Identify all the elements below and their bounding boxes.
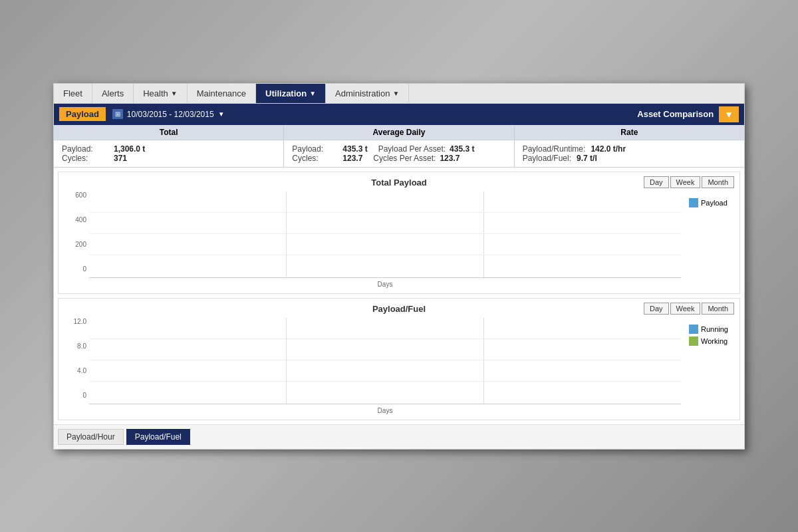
stats-row: Total Payload: 1,306.0 t Cycles: 371 Ave… xyxy=(54,125,744,168)
chart-total-payload: Total Payload Day Week Month 600 400 200… xyxy=(58,172,740,294)
tab-utilization[interactable]: Utilization ▼ xyxy=(256,84,326,103)
tab-alerts[interactable]: Alerts xyxy=(92,84,134,103)
stats-total-body: Payload: 1,306.0 t Cycles: 371 xyxy=(54,140,283,167)
stats-total-header: Total xyxy=(54,125,283,140)
stats-rate-header: Rate xyxy=(515,125,744,140)
date-range[interactable]: ⊞ 10/03/2015 - 12/03/2015 ▼ xyxy=(112,109,225,119)
tab-administration[interactable]: Administration ▼ xyxy=(326,84,409,103)
grid-line xyxy=(89,255,681,255)
administration-dropdown-icon: ▼ xyxy=(392,90,399,97)
utilization-dropdown-icon: ▼ xyxy=(309,90,316,97)
stats-rate: Rate Payload/Runtime: 142.0 t/hr Payload… xyxy=(515,125,744,167)
grid-line xyxy=(89,338,681,339)
chart2-bars-all xyxy=(89,318,681,404)
grid-line xyxy=(89,381,681,382)
grid-line xyxy=(89,233,681,234)
chart2-x-label: Days xyxy=(89,407,681,414)
chart2-title: Payload/Fuel xyxy=(372,304,426,314)
chart1-y-axis: 600 400 200 0 xyxy=(64,192,89,288)
chart1-inner: Days xyxy=(89,192,681,288)
calendar-icon: ⊞ xyxy=(112,109,123,119)
legend-running: Running xyxy=(689,325,734,334)
stats-avg-body: Payload: 435.3 t Payload Per Asset: 435.… xyxy=(284,140,513,167)
stats-total: Total Payload: 1,306.0 t Cycles: 371 xyxy=(54,125,284,167)
chart1-title: Total Payload xyxy=(371,178,427,188)
stats-avg-header: Average Daily xyxy=(284,125,513,140)
chart1-buttons: Day Week Month xyxy=(644,176,734,188)
chart1-bars-area xyxy=(89,192,681,278)
legend-working: Working xyxy=(689,336,734,346)
nav-bar: Fleet Alerts Health ▼ Maintenance Utiliz… xyxy=(54,84,744,104)
bottom-tab-payload-fuel[interactable]: Payload/Fuel xyxy=(126,429,190,445)
health-dropdown-icon: ▼ xyxy=(171,90,178,97)
chart1-legend: Payload xyxy=(681,192,734,288)
chart2-week-btn[interactable]: Week xyxy=(670,303,701,315)
chart2-y-axis: 12.0 8.0 4.0 0 xyxy=(64,318,89,414)
legend-payload-color xyxy=(689,198,698,207)
chart2-inner: Days xyxy=(89,318,681,414)
asset-comparison: Asset Comparison ▼ xyxy=(637,106,739,122)
header-bar: Payload ⊞ 10/03/2015 - 12/03/2015 ▼ Asse… xyxy=(54,104,744,125)
chart1-body: 600 400 200 0 xyxy=(64,192,734,288)
funnel-button[interactable]: ▼ xyxy=(719,106,739,122)
bottom-tabs: Payload/Hour Payload/Fuel xyxy=(54,424,744,449)
tab-maintenance[interactable]: Maintenance xyxy=(188,84,256,103)
chart1-bars-group xyxy=(89,192,681,277)
chart1-x-label: Days xyxy=(89,281,681,288)
grid-line xyxy=(89,212,681,213)
chart2-bars-area xyxy=(89,318,681,404)
chart2-day-btn[interactable]: Day xyxy=(644,303,669,315)
chart1-day-btn[interactable]: Day xyxy=(644,176,669,188)
chart2-body: 12.0 8.0 4.0 0 xyxy=(64,318,734,414)
tab-health[interactable]: Health ▼ xyxy=(134,84,187,103)
stats-avg-daily: Average Daily Payload: 435.3 t Payload P… xyxy=(284,125,514,167)
bottom-tab-payload-hour[interactable]: Payload/Hour xyxy=(58,429,124,445)
chart1-title-row: Total Payload Day Week Month xyxy=(64,178,734,188)
legend-working-color xyxy=(689,336,698,346)
legend-payload: Payload xyxy=(689,198,734,207)
date-dropdown-icon: ▼ xyxy=(218,110,225,118)
chart1-month-btn[interactable]: Month xyxy=(702,176,734,188)
chart2-buttons: Day Week Month xyxy=(644,303,734,315)
stats-rate-body: Payload/Runtime: 142.0 t/hr Payload/Fuel… xyxy=(515,140,744,167)
chart2-legend: Running Working xyxy=(681,318,734,414)
tab-fleet[interactable]: Fleet xyxy=(54,84,92,103)
chart2-title-row: Payload/Fuel Day Week Month xyxy=(64,304,734,314)
grid-line xyxy=(89,360,681,360)
chart1-week-btn[interactable]: Week xyxy=(670,176,701,188)
chart2-month-btn[interactable]: Month xyxy=(702,303,734,315)
legend-running-color xyxy=(689,325,698,334)
chart-payload-fuel: Payload/Fuel Day Week Month 12.0 8.0 4.0… xyxy=(58,298,740,420)
main-panel: Fleet Alerts Health ▼ Maintenance Utiliz… xyxy=(53,83,745,450)
funnel-icon: ▼ xyxy=(724,109,733,120)
payload-badge: Payload xyxy=(59,107,106,121)
